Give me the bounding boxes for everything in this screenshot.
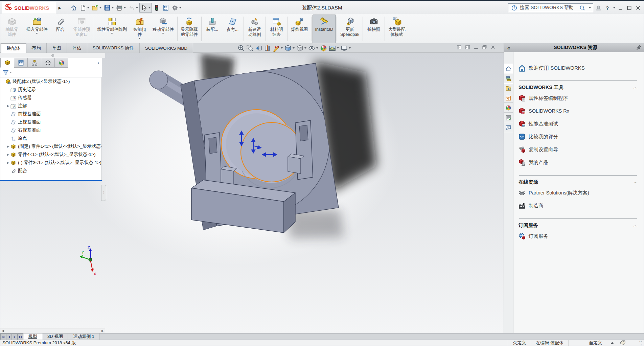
zoom-area-button[interactable] (246, 44, 254, 52)
tab-cmd-1[interactable]: 布局 (26, 43, 47, 53)
tag-icon[interactable] (620, 340, 626, 345)
dropdown-caret-icon[interactable] (139, 38, 141, 39)
select-arrow-button[interactable] (139, 3, 152, 13)
my-products-link[interactable]: 我的产品 (519, 158, 638, 166)
tab-cmd-5[interactable]: SOLIDWORKS MBD (140, 43, 193, 53)
hud-caret-icon[interactable] (281, 47, 283, 49)
propertymanager-tab[interactable] (14, 58, 28, 68)
tree-item[interactable]: ▶零件4<1> (默认<<默认>_显示状态-1>) (0, 151, 101, 159)
undo-caret-icon[interactable] (136, 7, 138, 8)
tree-filter-bar[interactable] (0, 68, 102, 77)
bom-button[interactable]: 材料明 细表 (267, 15, 287, 43)
next-tab-button[interactable] (12, 333, 18, 340)
help-caret[interactable] (613, 7, 615, 8)
undo-button[interactable] (127, 3, 139, 13)
snapshot-button[interactable]: 拍快照 (364, 15, 384, 43)
view-settings-button[interactable] (340, 44, 351, 52)
forum-tab[interactable] (504, 122, 513, 132)
section-header[interactable]: 订阅服务︿ (519, 222, 638, 229)
view-orientation-button[interactable] (284, 44, 295, 52)
dropdown-caret-icon[interactable] (36, 33, 38, 34)
previous-tab-button[interactable] (6, 333, 12, 340)
exploded-view-button[interactable]: 爆炸视图 (289, 15, 311, 43)
save-caret-icon[interactable] (112, 7, 114, 8)
move-component-button[interactable]: 移动零部件 (150, 15, 177, 43)
search-icon[interactable] (578, 4, 586, 11)
hud-caret-icon[interactable] (293, 47, 295, 49)
home-button[interactable] (69, 3, 78, 13)
first-tab-button[interactable] (0, 333, 6, 340)
login-icon[interactable] (595, 4, 602, 11)
expand-caret-icon[interactable]: ▶ (6, 104, 10, 108)
dynamic-annotation-button[interactable]: A (272, 44, 283, 52)
doc-minimize-icon[interactable] (473, 44, 479, 50)
featuremanager-tab[interactable] (0, 58, 14, 68)
section-view-button[interactable] (263, 44, 271, 52)
tab-cmd-3[interactable]: 评估 (67, 43, 87, 53)
dimxpertmanager-tab[interactable] (41, 58, 55, 68)
model-tab-0[interactable]: 模型 (23, 333, 42, 340)
performance-benchmark-link[interactable]: Rx性能基准测试 (519, 120, 638, 128)
manufacturers-link[interactable]: 制造商 (519, 202, 638, 210)
tree-item[interactable]: ▶(固定) 零件1<1> (默认<<默认>_显示状态-1>) (0, 142, 101, 151)
apply-scene-button[interactable] (328, 44, 339, 52)
search-options-caret[interactable] (589, 7, 591, 8)
reference-geometry-button[interactable]: 参考... (223, 15, 243, 43)
tab-assembly[interactable]: 装配体 (1, 43, 26, 53)
window-maximize-button[interactable] (625, 4, 633, 11)
tree-top-splitter[interactable] (0, 53, 105, 58)
tree-item[interactable]: 装配体2 (默认<显示状态-1>) (0, 77, 101, 86)
view-palette-tab[interactable] (504, 93, 513, 103)
status-custom-menu[interactable]: 自定义 (568, 340, 620, 346)
tree-item[interactable]: 前视基准面 (0, 110, 101, 118)
edit-appearance-button[interactable] (320, 44, 327, 52)
display-style-button[interactable] (296, 44, 307, 52)
doc-restore-icon[interactable] (482, 44, 487, 50)
open-caret-icon[interactable] (99, 7, 101, 8)
open-button[interactable] (91, 3, 102, 13)
hud-caret-icon[interactable] (349, 47, 351, 49)
hud-caret-icon[interactable] (316, 47, 318, 49)
design-library-tab[interactable] (504, 73, 513, 83)
collapse-chevron-icon[interactable]: ︿ (634, 223, 638, 228)
hud-caret-icon[interactable] (337, 47, 339, 49)
section-header[interactable]: SOLIDWORKS 工具︿ (519, 84, 638, 91)
file-properties-button[interactable] (161, 3, 170, 13)
pane-left-icon[interactable] (456, 44, 462, 50)
motion-study-button[interactable]: 新建运 动算例 (245, 15, 265, 43)
tree-item[interactable]: ▶A注解 (0, 102, 101, 110)
select-arrow-caret-icon[interactable] (148, 7, 151, 8)
insert-component-button[interactable]: 插入零部件 (24, 15, 50, 43)
pin-icon[interactable] (635, 45, 641, 51)
resize-grip[interactable]: ▪▪ ▪ (639, 339, 642, 346)
collapse-panel-icon[interactable]: « (507, 45, 516, 51)
subscription-link[interactable]: 订阅服务 (519, 232, 638, 240)
tree-item[interactable]: 原点 (0, 134, 101, 142)
new-document-button[interactable] (78, 3, 90, 13)
solidworks-rx-link[interactable]: RxSOLIDWORKS Rx (519, 107, 638, 115)
zoom-fit-button[interactable] (237, 44, 245, 52)
print-caret-icon[interactable] (124, 7, 126, 8)
options-gear-button[interactable] (170, 3, 182, 13)
tree-item[interactable]: 历史记录 (0, 86, 101, 94)
collapse-chevron-icon[interactable]: ︿ (634, 179, 638, 185)
scroll-right-icon[interactable]: ▶ (101, 329, 104, 332)
new-document-caret-icon[interactable] (87, 7, 89, 8)
previous-view-button[interactable] (255, 44, 262, 52)
copy-settings-wizard-link[interactable]: 复制设置向导 (519, 145, 638, 154)
partner-solutions-link[interactable]: Partner Solutions(解决方案) (519, 189, 638, 197)
help-icon[interactable]: ? (603, 4, 611, 11)
configurationmanager-tab[interactable] (28, 58, 41, 68)
large-assembly-button[interactable]: 大型装配 体模式 (386, 15, 408, 43)
tab-cmd-4[interactable]: SOLIDWORKS 插件 (87, 43, 140, 53)
model-tab-1[interactable]: 3D 视图 (42, 333, 68, 340)
resources-home-tab[interactable] (504, 64, 513, 73)
welcome-link[interactable]: 欢迎使用 SOLIDWORKS (518, 64, 638, 72)
doc-close-icon[interactable] (490, 44, 496, 50)
expand-caret-icon[interactable]: ▶ (6, 153, 10, 156)
mate-button[interactable]: 配合 (50, 15, 71, 43)
compare-scores-link[interactable]: 比较我的评分 (519, 133, 638, 141)
instant3d-button[interactable]: Instant3D (313, 15, 336, 43)
options-gear-caret-icon[interactable] (179, 7, 181, 8)
menu-expander-arrow[interactable]: ▶ (57, 4, 63, 12)
